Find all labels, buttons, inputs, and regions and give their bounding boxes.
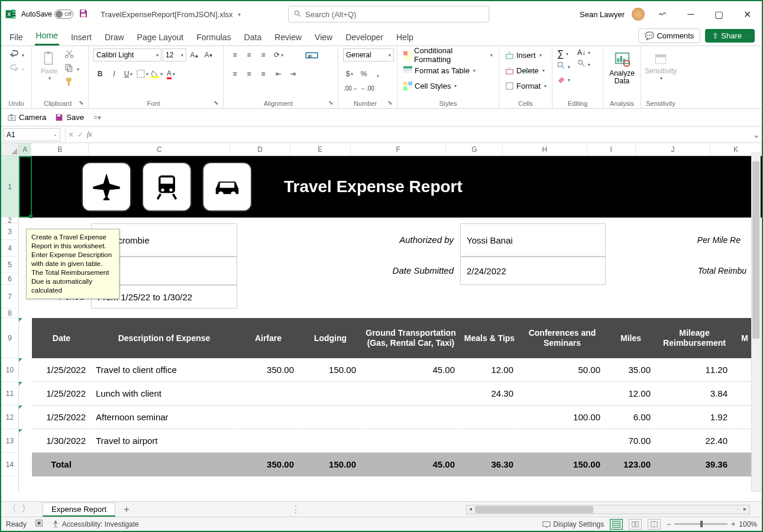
macro-icon[interactable] (35, 519, 43, 529)
col-ground[interactable]: Ground Transportation (Gas, Rental Car, … (361, 318, 460, 358)
add-sheet-icon[interactable]: + (124, 504, 129, 515)
tab-pagelayout[interactable]: Page Layout (136, 29, 185, 46)
col-header[interactable]: C (89, 143, 230, 155)
camera-button[interactable]: Camera (7, 113, 46, 122)
cell-ground[interactable] (361, 406, 460, 429)
horizontal-scrollbar[interactable]: ◂▸ (466, 505, 750, 514)
customize-dropdown-icon[interactable]: =▾ (93, 113, 101, 122)
analyze-data-button[interactable]: Analyze Data (608, 48, 636, 87)
close-icon[interactable]: ✕ (737, 6, 758, 22)
cell-date[interactable]: 1/25/2022 (32, 382, 91, 406)
launcher-icon[interactable]: ⬊ (387, 99, 392, 106)
vertical-scrollbar[interactable] (751, 153, 761, 492)
ribbon-options-icon[interactable] (652, 6, 673, 22)
worksheet-grid[interactable]: 1234567891011121314 ABCDEFGHIJK Travel E… (1, 143, 762, 492)
fill-color-icon[interactable]: ▾ (150, 67, 163, 80)
sort-filter-icon[interactable]: A↓ (577, 48, 586, 57)
col-header[interactable]: B (31, 143, 89, 155)
orientation-icon[interactable]: ⟳▾ (272, 48, 285, 61)
tab-insert[interactable]: Insert (70, 29, 93, 46)
enter-icon[interactable]: ✓ (77, 131, 83, 139)
col-header[interactable]: G (446, 143, 503, 155)
format-cells-button[interactable]: Format▾ (504, 79, 548, 92)
insert-cells-button[interactable]: +Insert▾ (504, 48, 543, 61)
autosave-toggle[interactable]: AutoSave Off (21, 9, 73, 19)
total-meals[interactable]: 36.30 (460, 453, 519, 476)
bold-icon[interactable]: B (93, 67, 106, 80)
autosum-icon[interactable]: ∑ (557, 48, 564, 59)
row-header[interactable]: 2 (1, 218, 18, 223)
col-header[interactable]: F (351, 143, 447, 155)
row-header[interactable]: 9 (1, 318, 18, 358)
name-box[interactable]: A1⌄ (4, 128, 60, 141)
col-lodging[interactable]: Lodging (299, 318, 361, 358)
cell-desc[interactable]: Afternoon seminar (91, 406, 237, 429)
cell-airfare[interactable] (237, 382, 299, 406)
cell-airfare[interactable] (237, 429, 299, 453)
font-size-select[interactable]: 12▾ (163, 48, 186, 61)
cell-desc[interactable]: Lunch with client (91, 382, 237, 406)
fx-icon[interactable]: fx (87, 130, 92, 139)
row-header[interactable]: 1 (1, 156, 18, 218)
cell-mileage[interactable]: 22.40 (656, 429, 733, 453)
col-date[interactable]: Date (32, 318, 91, 358)
cell-mileage[interactable]: 11.20 (656, 358, 733, 382)
row-header[interactable]: 12 (1, 406, 18, 429)
row-header[interactable]: 3 (1, 223, 18, 240)
percent-icon[interactable]: % (357, 67, 370, 80)
cell-conf[interactable] (519, 382, 606, 406)
cell-ground[interactable] (361, 429, 460, 453)
row-header[interactable]: 4 (1, 240, 18, 257)
row-header[interactable]: 8 (1, 309, 18, 318)
cell-airfare[interactable]: 350.00 (237, 358, 299, 382)
cell-styles-button[interactable]: Cell Styles▾ (402, 79, 458, 92)
comma-icon[interactable]: , (371, 67, 384, 80)
inc-decimal-icon[interactable]: .00→ (343, 82, 358, 95)
tab-formulas[interactable]: Formulas (195, 29, 232, 46)
align-right-icon[interactable]: ≡ (257, 67, 270, 80)
cell-miles[interactable]: 70.00 (606, 429, 656, 453)
fill-icon[interactable] (557, 61, 565, 72)
copy-icon[interactable] (64, 63, 75, 76)
align-top-icon[interactable]: ≡ (228, 48, 241, 61)
zoom-in-icon[interactable]: + (731, 520, 735, 528)
col-header[interactable]: D (230, 143, 290, 155)
tab-view[interactable]: View (313, 29, 334, 46)
font-color-icon[interactable]: A▾ (164, 67, 177, 80)
paste-button[interactable]: Paste▾ (37, 48, 62, 83)
row-header[interactable]: 14 (1, 453, 18, 476)
total-lodging[interactable]: 150.00 (299, 453, 361, 476)
cell-conf[interactable] (519, 429, 606, 453)
tab-help[interactable]: Help (395, 29, 415, 46)
border-icon[interactable]: ▾ (136, 67, 149, 80)
cell-conf[interactable]: 100.00 (519, 406, 606, 429)
col-header[interactable]: E (290, 143, 351, 155)
page-layout-view-icon[interactable] (629, 519, 642, 530)
zoom-slider[interactable] (674, 523, 728, 525)
cell-desc[interactable]: Travel to client office (91, 358, 237, 382)
tab-data[interactable]: Data (243, 29, 263, 46)
redo-icon[interactable] (9, 63, 20, 76)
sheet-prev-icon[interactable]: 〈 (7, 503, 17, 515)
launcher-icon[interactable]: ⬊ (328, 99, 333, 106)
row-header[interactable]: 7 (1, 285, 18, 309)
col-meals[interactable]: Meals & Tips (460, 318, 519, 358)
document-title[interactable]: TravelExpenseReport[FromJSON].xlsx (101, 10, 232, 19)
zoom-level[interactable]: 100% (739, 520, 757, 528)
comments-button[interactable]: 💬Comments (638, 28, 700, 43)
align-bot-icon[interactable]: ≡ (257, 48, 270, 61)
col-header[interactable]: J (636, 143, 710, 155)
col-desc[interactable]: Description of Expense (91, 318, 237, 358)
cell-lodging[interactable]: 150.00 (299, 358, 361, 382)
tab-draw[interactable]: Draw (104, 29, 125, 46)
cell-desc[interactable]: Travel to airport (91, 429, 237, 453)
number-format-select[interactable]: General▾ (343, 48, 394, 61)
tab-file[interactable]: File (8, 29, 24, 46)
wrap-merge[interactable]: ab (302, 48, 322, 70)
sheet-tab[interactable]: Expense Report (43, 502, 115, 517)
align-mid-icon[interactable]: ≡ (243, 48, 256, 61)
cell-miles[interactable]: 35.00 (606, 358, 656, 382)
save-icon[interactable] (78, 8, 90, 20)
row-header[interactable]: 11 (1, 382, 18, 406)
page-break-view-icon[interactable] (648, 519, 661, 530)
